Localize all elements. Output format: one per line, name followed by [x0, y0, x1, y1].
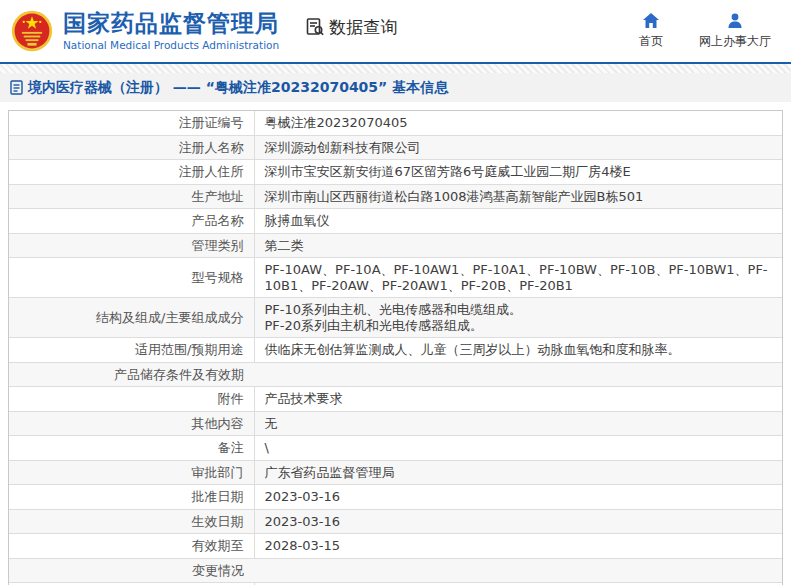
info-table-body: 注册证编号粤械注准20232070405注册人名称深圳源动创新科技有限公司注册人… [9, 111, 782, 585]
document-search-icon [305, 17, 325, 37]
table-row: 生效日期2023-03-16 [9, 509, 782, 534]
page: 国家药品监督管理局 National Medical Products Admi… [0, 0, 791, 585]
table-row: 注册证编号粤械注准20232070405 [9, 111, 782, 135]
info-table: 注册证编号粤械注准20232070405注册人名称深圳源动创新科技有限公司注册人… [9, 111, 782, 585]
row-value [254, 362, 782, 387]
row-value: 2028-03-15 [254, 534, 782, 559]
brand-text: 国家药品监督管理局 National Medical Products Admi… [63, 11, 279, 50]
row-label: 注册证编号 [9, 111, 254, 135]
row-label: 生效日期 [9, 509, 254, 534]
row-label: 管理类别 [9, 233, 254, 258]
nav-home[interactable]: 首页 [639, 12, 663, 50]
table-row: 有效期至2028-03-15 [9, 534, 782, 559]
table-row: 产品储存条件及有效期 [9, 362, 782, 387]
row-label: 其他内容 [9, 411, 254, 436]
table-row: 审批部门广东省药品监督管理局 [9, 460, 782, 485]
row-value: PF-10系列由主机、光电传感器和电缆组成。 PF-20系列由主机和光电传感器组… [254, 298, 782, 338]
site-logo[interactable]: 国家药品监督管理局 National Medical Products Admi… [10, 9, 279, 53]
table-row: 注册人名称深圳源动创新科技有限公司 [9, 135, 782, 160]
row-value: 2023-03-16 [254, 509, 782, 534]
row-label: 注册人名称 [9, 135, 254, 160]
document-icon [10, 80, 23, 95]
row-value: 供临床无创估算监测成人、儿童（三周岁以上）动脉血氧饱和度和脉率。 [254, 338, 782, 363]
nav-service-hall-label: 网上办事大厅 [699, 33, 771, 50]
row-value: 粤械注准20232070405 [254, 111, 782, 135]
breadcrumb: 境内医疗器械（注册） —— “粤械注准20232070405” 基本信息 [28, 79, 448, 97]
row-value: \ [254, 436, 782, 461]
row-label: 有效期至 [9, 534, 254, 559]
row-value [254, 558, 782, 583]
breadcrumb-bar: 境内医疗器械（注册） —— “粤械注准20232070405” 基本信息 [0, 73, 791, 102]
home-icon [642, 12, 660, 30]
row-label: 生产地址 [9, 184, 254, 209]
data-query-section[interactable]: 数据查询 [305, 16, 397, 39]
table-row: 注册人住所深圳市宝安区新安街道67区留芳路6号庭威工业园二期厂房4楼E [9, 160, 782, 185]
national-emblem-icon [10, 9, 54, 53]
row-value: 脉搏血氧仪 [254, 209, 782, 234]
row-label: 产品储存条件及有效期 [9, 362, 254, 387]
table-row: 产品名称脉搏血氧仪 [9, 209, 782, 234]
row-label: 型号规格 [9, 258, 254, 298]
row-value: 无 [254, 411, 782, 436]
row-label: 产品名称 [9, 209, 254, 234]
row-value: 深圳市宝安区新安街道67区留芳路6号庭威工业园二期厂房4楼E [254, 160, 782, 185]
row-value: 2023-03-16 [254, 485, 782, 510]
table-row: 生产地址深圳市南山区西丽街道松白路1008港鸿基高新智能产业园B栋501 [9, 184, 782, 209]
table-row: 变更情况 [9, 558, 782, 583]
row-label: 备注 [9, 436, 254, 461]
row-label: 适用范围/预期用途 [9, 338, 254, 363]
row-label: 批准日期 [9, 485, 254, 510]
table-row: 型号规格PF-10AW、PF-10A、PF-10AW1、PF-10A1、PF-1… [9, 258, 782, 298]
table-row: 结构及组成/主要组成成分PF-10系列由主机、光电传感器和电缆组成。 PF-20… [9, 298, 782, 338]
row-label: 附件 [9, 387, 254, 412]
row-label: 变更情况 [9, 558, 254, 583]
table-row: 批准日期2023-03-16 [9, 485, 782, 510]
striped-strip [0, 64, 791, 73]
row-value: PF-10AW、PF-10A、PF-10AW1、PF-10A1、PF-10BW、… [254, 258, 782, 298]
site-title: 国家药品监督管理局 [63, 11, 279, 36]
site-subtitle: National Medical Products Administration [63, 39, 279, 51]
row-value: 广东省药品监督管理局 [254, 460, 782, 485]
table-row: 管理类别第二类 [9, 233, 782, 258]
table-row: 其他内容无 [9, 411, 782, 436]
row-value: 深圳源动创新科技有限公司 [254, 135, 782, 160]
row-label: 审批部门 [9, 460, 254, 485]
row-value: 第二类 [254, 233, 782, 258]
row-label: 结构及组成/主要组成成分 [9, 298, 254, 338]
row-label: 注册人住所 [9, 160, 254, 185]
table-row: 附件产品技术要求 [9, 387, 782, 412]
nav-home-label: 首页 [639, 33, 663, 50]
header: 国家药品监督管理局 National Medical Products Admi… [0, 0, 791, 62]
table-row: 备注\ [9, 436, 782, 461]
info-table-container: 注册证编号粤械注准20232070405注册人名称深圳源动创新科技有限公司注册人… [8, 110, 783, 585]
row-value: 产品技术要求 [254, 387, 782, 412]
table-row: 适用范围/预期用途供临床无创估算监测成人、儿童（三周岁以上）动脉血氧饱和度和脉率… [9, 338, 782, 363]
nav-service-hall[interactable]: 网上办事大厅 [699, 12, 771, 50]
data-query-label: 数据查询 [329, 16, 397, 39]
person-icon [726, 12, 744, 30]
row-value: 深圳市南山区西丽街道松白路1008港鸿基高新智能产业园B栋501 [254, 184, 782, 209]
top-nav: 首页 网上办事大厅 [639, 12, 777, 50]
